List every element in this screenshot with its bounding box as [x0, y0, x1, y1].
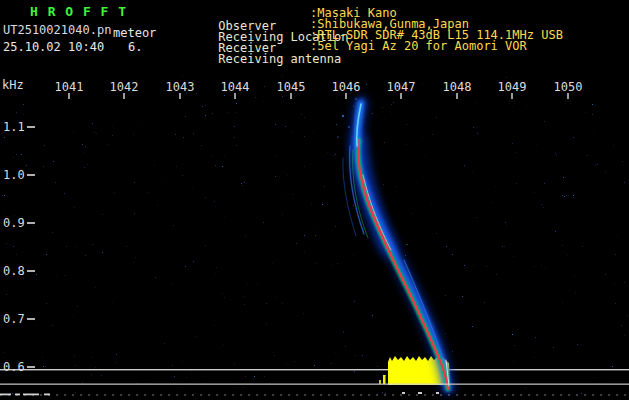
- spectrogram-plot: [0, 0, 629, 400]
- y-axis-unit: kHz: [2, 79, 24, 92]
- y-axis-label: 0.7: [3, 312, 25, 326]
- y-axis-label: 0.8: [3, 264, 25, 278]
- y-axis-label: 0.6: [3, 360, 25, 374]
- x-axis-label: 1050: [553, 80, 583, 94]
- x-axis-label: 1047: [386, 80, 416, 94]
- y-axis-label: 1.0: [3, 168, 25, 182]
- x-axis-label: 1048: [442, 80, 472, 94]
- x-axis-label: 1049: [497, 80, 527, 94]
- hrofft-window: H R O F F T UT2510021040.pn meteor 25.10…: [0, 0, 629, 400]
- x-axis-label: 1044: [220, 80, 250, 94]
- x-axis-label: 1046: [331, 80, 361, 94]
- baseline-lower: [0, 384, 629, 385]
- y-axis-label: 0.9: [3, 216, 25, 230]
- noise-layer: [0, 76, 629, 394]
- x-axis-label: 1041: [54, 80, 84, 94]
- x-axis-label: 1043: [165, 80, 195, 94]
- x-axis-label: 1042: [109, 80, 139, 94]
- y-axis-label: 1.1: [3, 120, 25, 134]
- x-axis-label: 1045: [276, 80, 306, 94]
- baseline-upper: [0, 369, 629, 370]
